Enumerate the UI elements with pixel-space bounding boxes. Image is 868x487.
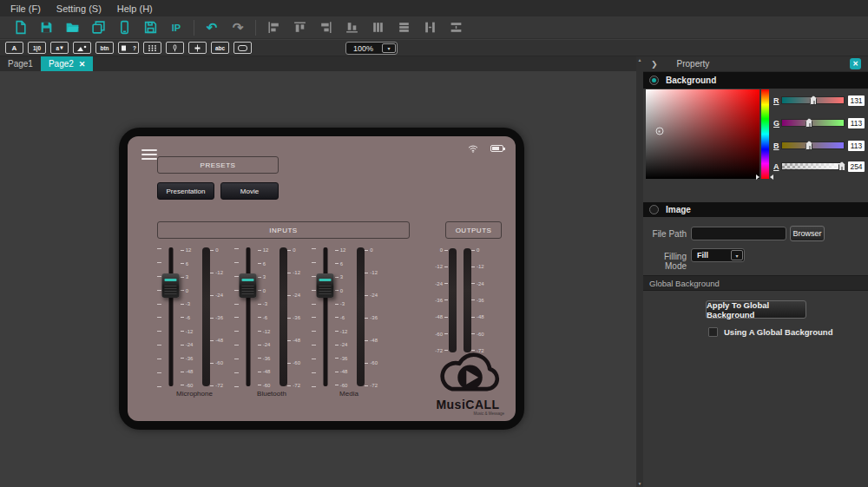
save-as-icon[interactable] — [137, 18, 163, 37]
musicall-logo: MusiCALL Music & Message — [423, 345, 513, 416]
global-background-checkbox[interactable] — [708, 327, 718, 337]
distribute-rows-icon[interactable] — [391, 18, 417, 37]
new-file-icon[interactable] — [7, 18, 33, 37]
zoom-value[interactable]: 100% — [346, 44, 382, 53]
label-widget-icon[interactable]: abc — [211, 42, 229, 54]
red-value[interactable]: 131 — [848, 95, 865, 106]
dropdown-arrow-icon[interactable]: ▾ — [731, 250, 743, 260]
panel-widget-icon[interactable] — [233, 42, 252, 54]
menu-item[interactable]: File (F) — [10, 3, 41, 14]
green-slider[interactable] — [781, 119, 845, 127]
scroll-down-icon[interactable]: ▼ — [638, 480, 642, 487]
panel-close-icon[interactable]: ✕ — [850, 58, 861, 69]
property-header: ❯ Property ✕ — [643, 56, 868, 72]
tab-page1[interactable]: Page1 — [0, 56, 41, 71]
slider-knob[interactable] — [810, 95, 817, 105]
collapse-chevron-icon[interactable]: ❯ — [651, 60, 658, 69]
alpha-value[interactable]: 254 — [848, 161, 865, 172]
blue-label: B — [773, 141, 781, 150]
distribute-columns-icon[interactable] — [365, 18, 391, 37]
zoom-control[interactable]: 100% ▾ — [345, 42, 398, 55]
fader-handle[interactable] — [317, 273, 334, 298]
hue-marker-right-icon — [770, 174, 773, 180]
tab-page2[interactable]: Page2 ✕ — [41, 56, 93, 71]
channel-label: Media — [312, 390, 386, 398]
fader-microphone[interactable] — [168, 247, 173, 386]
background-section-header[interactable]: Background — [643, 72, 868, 89]
text-widget-icon[interactable]: A — [5, 42, 23, 54]
slider-knob[interactable] — [838, 161, 845, 171]
align-left-icon[interactable] — [260, 18, 286, 37]
open-folder-icon[interactable] — [59, 18, 85, 37]
color-cursor[interactable] — [655, 128, 663, 135]
slider-knob[interactable] — [806, 118, 812, 128]
background-radio[interactable] — [649, 76, 659, 85]
meter-scale: 0-12-24-36-48-60-72 — [365, 247, 386, 388]
save-icon[interactable] — [33, 18, 59, 37]
filling-mode-label: Filling Mode — [643, 252, 687, 271]
fader-bluetooth[interactable] — [246, 247, 250, 386]
hue-slider[interactable] — [761, 89, 769, 179]
file-path-input[interactable] — [691, 227, 786, 240]
button-widget-icon[interactable]: btn — [95, 42, 114, 54]
fader-scale: 12630-3-6-12-24-36-48-60 — [181, 247, 202, 388]
toggle-widget-icon[interactable]: ? — [118, 42, 139, 54]
level-meter — [202, 247, 210, 386]
duplicate-window-icon[interactable] — [85, 18, 111, 37]
outputs-group[interactable]: OUTPUTS — [445, 221, 502, 239]
red-slider[interactable] — [781, 96, 845, 104]
undo-icon[interactable]: ↶ — [199, 18, 225, 37]
image-widget-icon[interactable] — [73, 42, 91, 54]
fader-handle[interactable] — [162, 273, 180, 298]
fader-media[interactable] — [323, 247, 327, 386]
toolbar-separator — [255, 20, 256, 36]
slider-knob[interactable] — [806, 141, 812, 150]
ip-config-icon[interactable]: IP — [163, 18, 189, 37]
saturation-value-picker[interactable] — [646, 89, 760, 179]
hamburger-menu-icon[interactable] — [141, 149, 157, 162]
space-horizontal-icon[interactable] — [417, 18, 443, 37]
menu-item[interactable]: Setting (S) — [56, 3, 102, 14]
panel-scrollbar[interactable]: ▲ ▼ — [636, 56, 643, 487]
scroll-up-icon[interactable]: ▲ — [638, 56, 642, 63]
brand-tagline: Music & Message — [423, 411, 513, 416]
align-bottom-icon[interactable] — [339, 18, 365, 37]
switch-widget-icon[interactable]: 1|0 — [28, 42, 46, 54]
green-slider-row: G 113 — [773, 118, 865, 128]
redo-icon[interactable]: ↷ — [225, 18, 251, 37]
combobox-widget-icon[interactable]: a▾ — [50, 42, 69, 54]
space-vertical-icon[interactable] — [443, 18, 469, 37]
presets-group[interactable]: PRESETS — [157, 156, 279, 174]
preset-button-movie[interactable]: Movie — [220, 182, 279, 200]
output-meter-left — [449, 248, 457, 352]
tab-close-icon[interactable]: ✕ — [79, 60, 86, 69]
slider-widget-icon[interactable] — [166, 42, 184, 54]
alpha-slider-row: A 254 — [773, 161, 865, 171]
blue-value[interactable]: 113 — [848, 141, 865, 151]
blue-slider[interactable] — [781, 141, 845, 149]
align-right-icon[interactable] — [312, 18, 339, 37]
alpha-slider[interactable] — [781, 162, 845, 170]
level-meter — [279, 247, 287, 386]
channel-label: Microphone — [157, 390, 232, 398]
design-canvas[interactable]: PRESETS Presentation Movie INPUTS OUTPUT… — [0, 71, 636, 487]
green-value[interactable]: 113 — [848, 118, 865, 128]
image-section-header[interactable]: Image — [643, 202, 868, 217]
panel-screen[interactable]: PRESETS Presentation Movie INPUTS OUTPUT… — [128, 136, 516, 421]
fader-handle[interactable] — [240, 273, 257, 298]
preset-button-presentation[interactable]: Presentation — [157, 182, 214, 200]
matrix-widget-icon[interactable] — [143, 42, 161, 54]
menu-item[interactable]: Help (H) — [117, 3, 153, 14]
browser-button[interactable]: Browser — [790, 226, 825, 241]
zoom-dropdown-icon[interactable]: ▾ — [382, 43, 396, 53]
filling-mode-dropdown[interactable]: Fill ▾ — [691, 248, 745, 262]
apply-global-background-button[interactable]: Apply To Global Background — [706, 300, 806, 319]
inputs-group[interactable]: INPUTS — [157, 221, 410, 239]
align-top-icon[interactable] — [286, 18, 312, 37]
meter-scale: 0-12-24-36-48-60-72 — [471, 247, 493, 353]
meter-scale: 0-12-24-36-48-60-72 — [287, 247, 309, 388]
hue-marker-left-icon — [756, 174, 760, 180]
fader-widget-icon[interactable] — [188, 42, 207, 54]
image-radio[interactable] — [649, 205, 659, 214]
mobile-device-icon[interactable] — [111, 18, 137, 37]
